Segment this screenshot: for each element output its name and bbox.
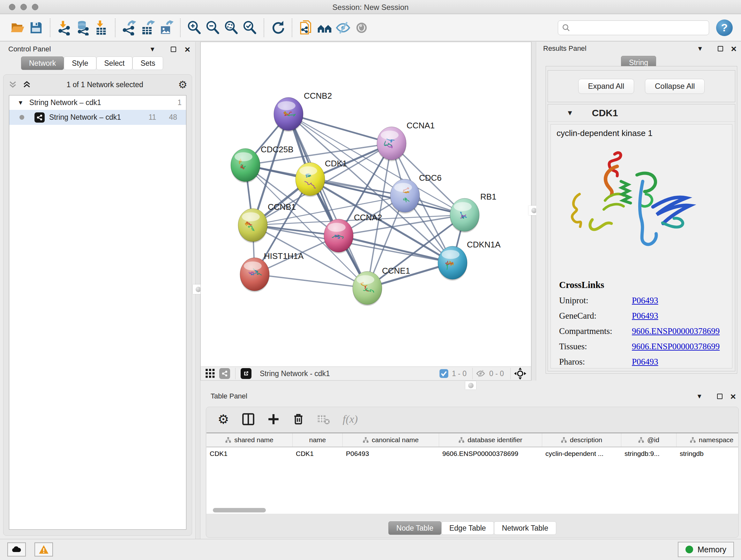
float-panel-icon[interactable] xyxy=(718,46,723,51)
table-cell[interactable]: stringdb xyxy=(677,447,738,461)
table-cell[interactable]: P06493 xyxy=(343,447,439,461)
table-cell[interactable]: cyclin-dependent ... xyxy=(542,447,621,461)
birds-eye-grid-icon[interactable] xyxy=(205,368,215,379)
scrollbar-thumb[interactable] xyxy=(213,508,266,512)
close-panel-icon[interactable]: × xyxy=(731,46,737,51)
network-overview-icon[interactable] xyxy=(219,368,230,379)
table-settings-gear-icon[interactable]: ⚙ xyxy=(218,412,229,427)
network-collection-row[interactable]: ▼ String Network – cdk1 1 xyxy=(9,96,186,110)
zoom-in-button[interactable] xyxy=(185,18,204,37)
hidden-eye-icon[interactable] xyxy=(475,368,486,379)
column-header-database-identifier[interactable]: database identifier xyxy=(439,433,542,447)
crosslink-link[interactable]: P06493 xyxy=(632,311,658,321)
memory-button[interactable]: Memory xyxy=(678,542,734,557)
column-header-label: canonical name xyxy=(372,436,419,444)
search-input[interactable] xyxy=(570,21,705,34)
table-cell[interactable]: CDK1 xyxy=(293,447,343,461)
column-header-shared-name[interactable]: shared name xyxy=(206,433,293,447)
collapse-panel-icon[interactable]: ▼ xyxy=(149,46,156,53)
expand-all-button[interactable]: Expand All xyxy=(578,79,634,94)
zoom-selected-button[interactable] xyxy=(241,18,259,37)
tab-network-table[interactable]: Network Table xyxy=(494,521,556,535)
network-file-icon xyxy=(298,20,314,36)
table-cell[interactable]: stringdb:9... xyxy=(621,447,677,461)
float-panel-icon[interactable] xyxy=(717,394,723,399)
expand-all-icon[interactable] xyxy=(22,80,31,89)
import-network-file-button[interactable] xyxy=(55,18,73,37)
graph-node-label-CDK1: CDK1 xyxy=(325,159,347,168)
tab-sets[interactable]: Sets xyxy=(132,57,163,70)
table-horizontal-scrollbar[interactable] xyxy=(208,508,738,512)
show-columns-icon[interactable] xyxy=(242,413,255,426)
gene-details: cyclin-dependent kinase 1 xyxy=(550,124,732,368)
control-panel-title: Control Panel xyxy=(8,45,51,53)
add-column-icon[interactable] xyxy=(267,413,280,425)
save-session-button[interactable] xyxy=(27,18,45,37)
table-row[interactable]: CDK1CDK1P064939606.ENSP00000378699cyclin… xyxy=(206,447,738,461)
toolbar-separator xyxy=(180,18,181,37)
export-network-icon xyxy=(122,20,137,36)
zoom-fit-button[interactable] xyxy=(222,18,241,37)
column-header-description[interactable]: description xyxy=(542,433,621,447)
crosslink-row: Compartments:9606.ENSP00000378699 xyxy=(559,326,728,336)
import-network-database-button[interactable] xyxy=(73,18,92,37)
network-row[interactable]: String Network – cdk1 11 48 xyxy=(9,110,186,125)
warning-triangle-icon xyxy=(39,545,49,554)
open-session-button[interactable] xyxy=(8,18,27,37)
crosslink-link[interactable]: P06493 xyxy=(632,296,658,306)
toolbar-search[interactable] xyxy=(558,20,709,35)
close-panel-icon[interactable]: × xyxy=(185,47,190,52)
toggle-gray-button[interactable] xyxy=(352,18,371,37)
gene-section-header[interactable]: ▼ CDK1 xyxy=(548,105,735,122)
share-network-file-button[interactable] xyxy=(297,18,315,37)
warnings-button[interactable] xyxy=(35,543,53,557)
tab-edge-table[interactable]: Edge Table xyxy=(441,521,494,535)
fit-selection-crosshair-icon[interactable] xyxy=(514,367,527,380)
left-splitter[interactable] xyxy=(195,42,200,539)
delete-column-trash-icon[interactable] xyxy=(292,413,305,425)
collapse-all-icon[interactable] xyxy=(8,80,17,89)
gear-icon[interactable]: ⚙ xyxy=(178,78,187,91)
network-view[interactable]: CCNB2CCNA1CDC25BCDK1CDC6RB1CCNB1CCNA2CDK… xyxy=(200,42,531,381)
export-table-button[interactable] xyxy=(138,18,157,37)
table-splitter[interactable] xyxy=(200,381,741,390)
column-header-namespace[interactable]: namespace xyxy=(677,433,738,447)
table-splitter-handle[interactable] xyxy=(465,381,476,389)
crosslink-link[interactable]: 9606.ENSP00000378699 xyxy=(632,341,720,352)
collapse-panel-icon[interactable]: ▼ xyxy=(697,45,703,52)
apply-layout-button[interactable] xyxy=(269,18,287,37)
crosslink-link[interactable]: 9606.ENSP00000378699 xyxy=(632,326,720,336)
table-cell[interactable]: 9606.ENSP00000378699 xyxy=(439,447,542,461)
column-header-canonical-name[interactable]: canonical name xyxy=(343,433,439,447)
zoom-out-button[interactable] xyxy=(204,18,222,37)
column-header-name[interactable]: name xyxy=(293,433,343,447)
import-table-file-button[interactable] xyxy=(92,18,111,37)
graph-node-label-HIST1H1A: HIST1H1A xyxy=(264,251,304,261)
table-cell[interactable]: CDK1 xyxy=(206,447,293,461)
tree-expand-icon[interactable]: ▼ xyxy=(17,99,23,106)
network-canvas[interactable]: CCNB2CCNA1CDC25BCDK1CDC6RB1CCNB1CCNA2CDK… xyxy=(201,42,531,367)
selected-checkbox-icon[interactable] xyxy=(439,369,449,378)
collapse-gene-icon[interactable]: ▼ xyxy=(566,109,574,117)
float-panel-icon[interactable] xyxy=(171,47,176,52)
export-image-button[interactable] xyxy=(157,18,176,37)
collapse-all-button[interactable]: Collapse All xyxy=(645,79,704,94)
open-in-new-icon[interactable] xyxy=(241,368,252,379)
help-button[interactable]: ? xyxy=(716,19,733,36)
close-panel-icon[interactable]: × xyxy=(730,394,736,399)
network-view-toolbar: String Network - cdk1 1 - 0 0 - 0 xyxy=(201,367,531,380)
tab-node-table[interactable]: Node Table xyxy=(388,521,441,535)
column-header--id[interactable]: @id xyxy=(621,433,677,447)
export-network-button[interactable] xyxy=(120,18,138,37)
crosslink-link[interactable]: P06493 xyxy=(632,357,658,367)
tab-style[interactable]: Style xyxy=(64,57,96,70)
tab-network[interactable]: Network xyxy=(21,57,64,70)
string-home-button[interactable] xyxy=(315,18,334,37)
hide-unhide-button[interactable] xyxy=(334,18,352,37)
tab-select[interactable]: Select xyxy=(96,57,133,70)
collapse-panel-icon[interactable]: ▼ xyxy=(696,393,703,400)
refresh-icon xyxy=(270,20,286,36)
cloud-status-button[interactable] xyxy=(7,543,26,557)
results-splitter[interactable] xyxy=(531,42,536,381)
status-bar: Memory xyxy=(0,539,741,560)
